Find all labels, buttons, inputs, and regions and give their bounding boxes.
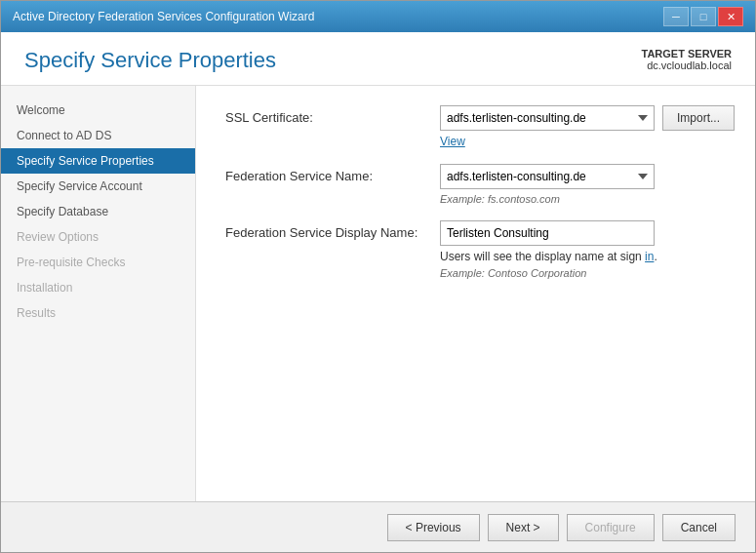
sidebar-item-prereq: Pre-requisite Checks (1, 250, 195, 275)
hint-suffix: . (654, 250, 657, 263)
sidebar-item-welcome[interactable]: Welcome (1, 98, 195, 123)
target-server-info: TARGET SERVER dc.vcloudlab.local (642, 48, 733, 71)
view-link[interactable]: View (440, 135, 465, 148)
federation-display-name-controls: Users will see the display name at sign … (440, 220, 726, 279)
close-button[interactable]: ✕ (718, 7, 743, 26)
hint-prefix: Users will see the display name at sign (440, 250, 645, 263)
federation-service-name-controls: adfs.terlisten-consulting.de Example: fs… (440, 164, 726, 205)
display-name-hint2: Example: Contoso Corporation (440, 267, 726, 279)
sidebar-item-connect-ad-ds[interactable]: Connect to AD DS (1, 123, 195, 148)
federation-display-name-input[interactable] (440, 220, 655, 246)
sidebar-item-results: Results (1, 300, 195, 326)
title-bar: Active Directory Federation Services Con… (1, 1, 755, 32)
header-section: Specify Service Properties TARGET SERVER… (1, 32, 755, 86)
configure-button[interactable]: Configure (567, 514, 655, 541)
cancel-button[interactable]: Cancel (662, 514, 736, 541)
main-body: Welcome Connect to AD DS Specify Service… (1, 86, 755, 501)
next-button[interactable]: Next > (488, 514, 559, 541)
window-title: Active Directory Federation Services Con… (13, 10, 314, 23)
sidebar-item-install: Installation (1, 275, 195, 300)
sidebar-item-specify-service[interactable]: Specify Service Properties (1, 148, 195, 174)
ssl-certificate-input-row: adfs.terlisten-consulting.de Import... (440, 105, 735, 131)
import-button[interactable]: Import... (662, 105, 735, 131)
federation-service-name-input-row: adfs.terlisten-consulting.de (440, 164, 726, 189)
ssl-certificate-row: SSL Certificate: adfs.terlisten-consulti… (225, 105, 726, 148)
previous-button[interactable]: < Previous (387, 514, 480, 541)
federation-display-name-input-row (440, 220, 726, 246)
sidebar-item-review: Review Options (1, 224, 195, 250)
federation-service-name-label: Federation Service Name: (225, 164, 440, 183)
target-server-label: TARGET SERVER (642, 48, 733, 59)
target-server-value: dc.vcloudlab.local (647, 59, 732, 71)
federation-display-name-label: Federation Service Display Name: (225, 220, 440, 240)
title-bar-controls: ─ □ ✕ (663, 7, 743, 26)
ssl-certificate-select[interactable]: adfs.terlisten-consulting.de (440, 105, 655, 131)
sidebar-item-database[interactable]: Specify Database (1, 199, 195, 224)
federation-service-name-row: Federation Service Name: adfs.terlisten-… (225, 164, 726, 205)
federation-display-name-row: Federation Service Display Name: Users w… (225, 220, 726, 279)
display-name-hint: Users will see the display name at sign … (440, 250, 726, 263)
maximize-button[interactable]: □ (691, 7, 716, 26)
page-title: Specify Service Properties (24, 48, 276, 73)
ssl-certificate-controls: adfs.terlisten-consulting.de Import... V… (440, 105, 735, 148)
content-area: Specify Service Properties TARGET SERVER… (1, 32, 755, 552)
title-bar-left: Active Directory Federation Services Con… (13, 10, 314, 23)
federation-service-name-hint: Example: fs.contoso.com (440, 193, 726, 205)
form-area: SSL Certificate: adfs.terlisten-consulti… (196, 86, 755, 501)
footer: < Previous Next > Configure Cancel (1, 501, 755, 552)
main-window: Active Directory Federation Services Con… (0, 0, 756, 553)
sidebar: Welcome Connect to AD DS Specify Service… (1, 86, 196, 501)
federation-service-name-select[interactable]: adfs.terlisten-consulting.de (440, 164, 655, 189)
ssl-certificate-label: SSL Certificate: (225, 105, 440, 125)
sidebar-item-service-account[interactable]: Specify Service Account (1, 174, 195, 199)
minimize-button[interactable]: ─ (663, 7, 689, 26)
